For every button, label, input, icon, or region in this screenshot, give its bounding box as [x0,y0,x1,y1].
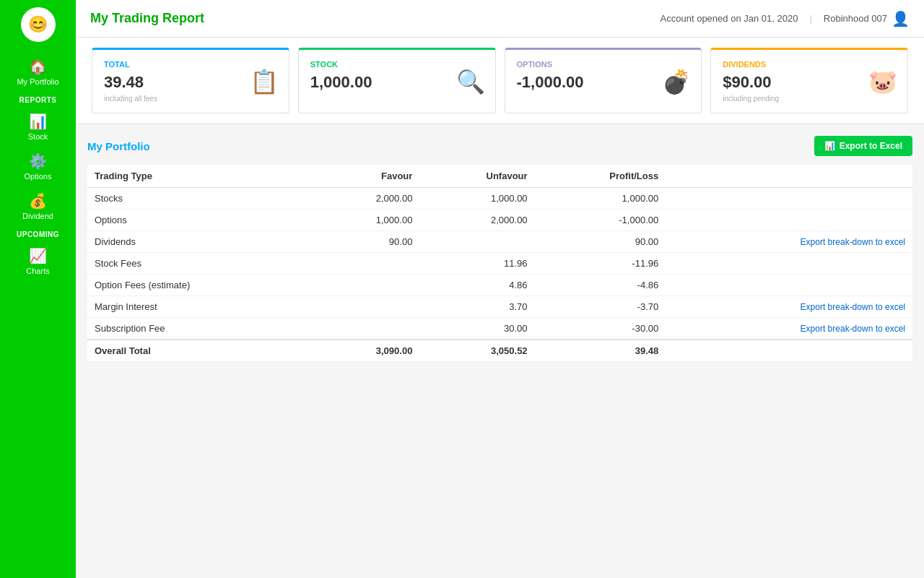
app-logo[interactable]: 😊 [21,7,56,42]
card-dividends-icon: 🐷 [868,68,897,95]
col-profit-loss: Profit/Loss [535,165,666,188]
export-breakdown-link[interactable]: Export break-down to excel [801,302,905,312]
cell-export-link [666,253,912,275]
cell-export-link[interactable]: Export break-down to excel [666,231,912,253]
cell-type: Dividends [87,231,315,253]
user-info: Robinhood 007 👤 [824,10,910,27]
cell-export-link[interactable]: Export break-down to excel [666,318,912,340]
cell-unfavour: 2,000.00 [419,210,534,231]
options-icon: ⚙️ [29,152,47,170]
card-total-icon: 📋 [250,68,279,95]
summary-cards-row: TOTAL 39.48 including all fees 📋 STOCK 1… [76,38,924,124]
cell-favour [315,253,420,275]
cell-unfavour: 30.00 [419,318,534,340]
col-trading-type: Trading Type [87,165,315,188]
cell-unfavour: 3.70 [419,296,534,318]
cell-type: Subscription Fee [87,318,315,340]
cell-favour: 2,000.00 [315,188,420,210]
sidebar-item-options[interactable]: ⚙️ Options [0,147,76,186]
table-total-row: Overall Total3,090.003,050.5239.48 [87,340,912,362]
cell-export-link [666,275,912,296]
cell-favour: 1,000.00 [315,210,420,231]
card-options-icon: 💣 [662,68,691,95]
cell-export-link[interactable]: Export break-down to excel [666,296,912,318]
cell-profit-loss: -30.00 [535,318,666,340]
portfolio-icon: 🏠 [29,58,47,75]
sidebar-charts-label: Charts [26,267,49,275]
cell-type: Margin Interest [87,296,315,318]
cell-profit-loss: -11.96 [535,253,666,275]
cell-unfavour: 11.96 [419,253,534,275]
cell-type: Option Fees (estimate) [87,275,315,296]
col-actions [666,165,912,188]
sidebar: 😊 🏠 My Portfolio REPORTS 📊 Stock ⚙️ Opti… [0,0,76,578]
card-total: TOTAL 39.48 including all fees 📋 [92,48,289,113]
col-unfavour: Unfavour [419,165,534,188]
sidebar-dividend-label: Dividend [22,212,53,220]
account-info: Account opened on Jan 01, 2020 [661,13,798,24]
sidebar-stock-label: Stock [28,132,48,141]
user-avatar-icon: 👤 [892,10,910,27]
upcoming-section-label: UPCOMING [17,230,59,238]
portfolio-section-title: My Portfolio [87,140,150,152]
card-total-sub: including all fees [104,95,277,103]
cell-type: Stocks [87,188,315,210]
cell-favour: 90.00 [315,231,420,253]
export-breakdown-link[interactable]: Export break-down to excel [801,237,905,247]
cell-type: Options [87,210,315,231]
table-row: Subscription Fee30.00-30.00Export break-… [87,318,912,340]
cell-favour [315,296,420,318]
cell-favour [315,275,420,296]
sidebar-item-label: My Portfolio [17,77,58,86]
header-separator: | [809,13,811,24]
sidebar-item-charts[interactable]: 📈 Charts [0,241,76,281]
portfolio-section: My Portfolio 📊 Export to Excel Trading T… [76,124,924,578]
main-content: My Trading Report Account opened on Jan … [76,0,924,578]
total-empty [666,340,912,362]
cell-profit-loss: 1,000.00 [535,188,666,210]
cell-unfavour [419,231,534,253]
table-row: Dividends90.0090.00Export break-down to … [87,231,912,253]
export-breakdown-link[interactable]: Export break-down to excel [801,324,905,334]
page-title: My Trading Report [90,11,204,26]
cell-type: Stock Fees [87,253,315,275]
total-label: Overall Total [87,340,315,362]
stock-icon: 📊 [29,113,47,130]
cell-favour [315,318,420,340]
reports-section-label: REPORTS [19,96,57,104]
export-button-label: Export to Excel [840,141,902,151]
cell-unfavour: 4.86 [419,275,534,296]
sidebar-item-dividend[interactable]: 💰 Dividend [0,186,76,226]
card-options: OPTIONS -1,000.00 💣 [505,48,702,113]
col-favour: Favour [315,165,420,188]
total-unfavour: 3,050.52 [419,340,534,362]
cell-profit-loss: -1,000.00 [535,210,666,231]
cell-profit-loss: 90.00 [535,231,666,253]
portfolio-table: Trading Type Favour Unfavour Profit/Loss… [87,165,912,362]
top-header: My Trading Report Account opened on Jan … [76,0,924,38]
table-row: Stocks2,000.001,000.001,000.00 [87,188,912,210]
export-icon: 📊 [824,141,835,151]
export-to-excel-button[interactable]: 📊 Export to Excel [814,136,912,156]
cell-unfavour: 1,000.00 [419,188,534,210]
table-row: Margin Interest3.70-3.70Export break-dow… [87,296,912,318]
table-row: Stock Fees11.96-11.96 [87,253,912,275]
sidebar-item-myportfolio[interactable]: 🏠 My Portfolio [0,52,76,92]
cell-profit-loss: -3.70 [535,296,666,318]
header-right: Account opened on Jan 01, 2020 | Robinho… [661,10,910,27]
sidebar-item-stock[interactable]: 📊 Stock [0,107,76,147]
dividend-icon: 💰 [29,192,47,210]
sidebar-options-label: Options [25,172,52,181]
table-row: Option Fees (estimate)4.86-4.86 [87,275,912,296]
cell-export-link [666,188,912,210]
portfolio-section-header: My Portfolio 📊 Export to Excel [87,136,912,156]
card-dividends: DIVIDENDS $90.00 including pending 🐷 [710,48,908,113]
total-favour: 3,090.00 [315,340,420,362]
card-stock: STOCK 1,000.00 🔍 [298,48,496,113]
user-name: Robinhood 007 [824,13,887,24]
card-dividends-sub: including pending [723,95,896,103]
total-profit-loss: 39.48 [535,340,666,362]
logo-icon: 😊 [28,15,48,34]
card-stock-icon: 🔍 [456,68,485,95]
table-row: Options1,000.002,000.00-1,000.00 [87,210,912,231]
